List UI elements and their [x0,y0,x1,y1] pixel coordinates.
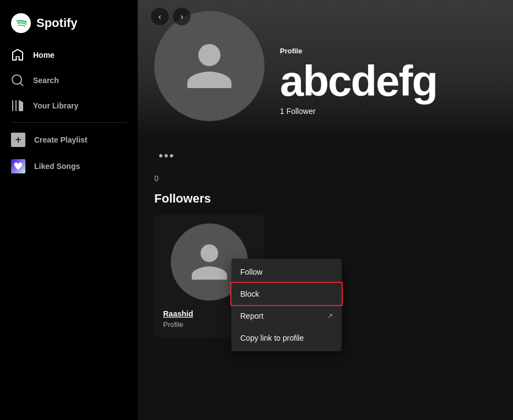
spotify-wordmark: Spotify [36,16,78,30]
back-button[interactable]: ‹ [151,8,169,25]
external-link-icon: ↗ [327,312,333,320]
main-content: ‹ › Profile abcdefg 1 Follower ••• 0 Fol… [138,0,513,420]
sidebar-divider [11,122,127,123]
count-section: 0 [154,174,496,183]
create-playlist-label: Create Playlist [34,135,88,144]
context-menu-follow[interactable]: Follow [231,261,342,283]
context-menu: Follow Block Report ↗ Copy link to profi… [231,259,342,351]
context-menu-report[interactable]: Report ↗ [231,305,342,327]
sidebar-item-create-playlist[interactable]: + Create Playlist [4,127,133,152]
sidebar-item-liked-songs[interactable]: Liked Songs [4,154,133,179]
follower-avatar-icon [187,240,231,284]
section-count: 0 [154,174,165,183]
forward-button[interactable]: › [173,8,191,25]
sidebar-item-library-label: Your Library [33,101,78,110]
profile-avatar [154,11,264,121]
toolbar: ••• [138,138,513,174]
context-menu-report-label: Report [240,312,263,320]
context-menu-block[interactable]: Block [231,283,342,305]
spotify-logo-icon [11,13,31,33]
sidebar-navigation: Home Search Your Library [0,43,138,118]
followers-grid: Raashid Profile Follow Block Report ↗ [154,215,496,337]
followers-count: 1 Follower [280,107,437,116]
nav-arrows: ‹ › [151,8,191,25]
context-menu-copy-link[interactable]: Copy link to profile [231,327,342,349]
follower-card[interactable]: Raashid Profile Follow Block Report ↗ [154,215,264,337]
search-icon [11,74,24,87]
home-icon [11,48,24,62]
sidebar-item-search[interactable]: Search [4,68,133,92]
sidebar: Spotify Home Search [0,0,138,420]
sidebar-item-search-label: Search [33,76,59,85]
profile-header: ‹ › Profile abcdefg 1 Follower [138,0,513,138]
plus-icon: + [11,133,25,147]
sidebar-item-home[interactable]: Home [4,43,133,67]
profile-name: abcdefg [280,59,437,102]
context-menu-block-label: Block [240,290,259,298]
liked-songs-label: Liked Songs [34,162,80,171]
sidebar-actions: + Create Playlist Liked Songs [0,127,138,179]
user-avatar-icon [182,39,237,94]
context-menu-copy-link-label: Copy link to profile [240,334,304,342]
followers-section-title: Followers [154,192,496,206]
content-area: 0 Followers Raashid Profile Follow [138,174,513,420]
context-menu-follow-label: Follow [240,268,262,276]
heart-icon [11,159,25,173]
sidebar-logo[interactable]: Spotify [0,0,138,43]
sidebar-item-library[interactable]: Your Library [4,94,133,118]
profile-info: Profile abcdefg 1 Follower [280,47,437,121]
more-options-button[interactable]: ••• [154,146,179,165]
profile-type-label: Profile [280,47,437,55]
library-icon [11,99,24,112]
sidebar-item-home-label: Home [33,51,55,59]
